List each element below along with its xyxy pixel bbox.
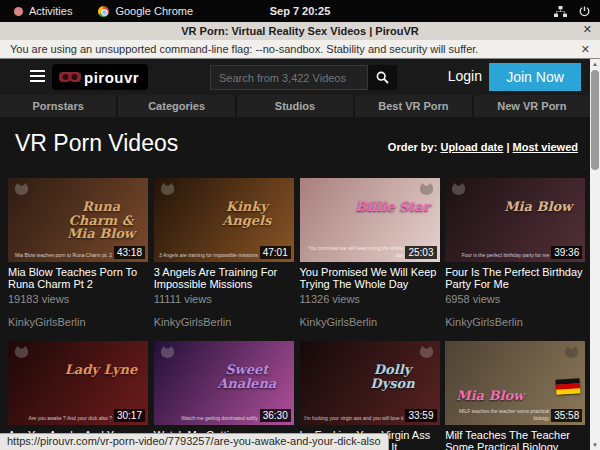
thumbnail-caption: 3 Angels are training for impossible mis… [158, 252, 258, 259]
thumbnail-caption: Are you awake ? And your dick also ? [12, 415, 112, 422]
screen: Activities Google Chrome Sep 7 20:25 VR … [0, 0, 600, 450]
sandbox-warning-text: You are using an unsupported command-lin… [10, 43, 478, 55]
login-button[interactable]: Login [448, 68, 482, 84]
video-thumbnail[interactable]: Lady Lyne Are you awake ? And your dick … [8, 341, 148, 425]
browser-title-bar: VR Porn: Virtual Reality Sex Videos | Pi… [0, 22, 600, 40]
order-separator: | [503, 141, 512, 153]
order-by-label: Order by: [388, 141, 438, 153]
video-views: 6958 views [445, 293, 585, 305]
scrollbar-thumb[interactable] [591, 70, 599, 170]
vr-headset-icon [59, 71, 81, 84]
browser-tab-title: VR Porn: Virtual Reality Sex Videos | Pi… [181, 25, 418, 37]
network-icon[interactable] [554, 6, 567, 17]
desktop-top-bar: Activities Google Chrome Sep 7 20:25 [0, 0, 600, 22]
clock[interactable]: Sep 7 20:25 [0, 5, 600, 17]
video-studio-link[interactable]: KinkyGirlsBerlin [154, 316, 294, 328]
scroll-up-icon[interactable]: ▲ [590, 59, 600, 69]
duration-badge: 36:30 [260, 409, 291, 422]
thumbnail-overlay-title: Billie Star [354, 200, 432, 214]
video-thumbnail[interactable]: Dolly Dyson I'm fucking your virgin ass … [300, 341, 440, 425]
video-views: 11326 views [300, 293, 440, 305]
thumbnail-caption: Mia Blow teaches porn to Runa Charm pt. … [12, 252, 112, 259]
video-views: 11111 views [154, 293, 294, 305]
search-icon [376, 71, 389, 84]
thumbnail-overlay-title: Kinky Angels [208, 200, 286, 227]
order-link-most-viewed[interactable]: Most viewed [513, 141, 578, 153]
video-title[interactable]: Mia Blow Teaches Porn To Runa Charm Pt 2 [8, 266, 148, 290]
studio-cat-logo-icon [564, 345, 579, 358]
main-nav: Pornstars Categories Studios Best VR Por… [0, 95, 590, 117]
studio-cat-logo-icon [14, 345, 29, 358]
thumbnail-overlay-title: Runa Charm & Mia Blow [62, 200, 140, 241]
studio-cat-logo-icon [160, 182, 175, 195]
german-flag [556, 378, 581, 395]
thumbnail-caption: Four is the perfect birthday party for m… [449, 252, 549, 259]
video-studio-link[interactable]: KinkyGirlsBerlin [8, 316, 148, 328]
duration-badge: 30:17 [114, 409, 145, 422]
join-now-button[interactable]: Join Now [489, 63, 581, 91]
duration-badge: 39:36 [551, 246, 582, 259]
video-card: Mia Blow Four is the perfect birthday pa… [445, 178, 585, 341]
video-thumbnail[interactable]: Mia Blow Four is the perfect birthday pa… [445, 178, 585, 262]
thumbnail-caption: You promised we will keep trying the who… [304, 245, 404, 258]
video-thumbnail[interactable]: Mia Blow MILF teaches the teacher some p… [445, 341, 585, 425]
heading-row: VR Porn Videos Order by: Upload date | M… [0, 117, 590, 178]
page-title: VR Porn Videos [15, 130, 178, 157]
menu-icon[interactable] [30, 70, 45, 85]
thumbnail-overlay-title: Mia Blow [499, 200, 577, 214]
thumbnail-overlay-title: Mia Blow [451, 389, 529, 403]
video-title[interactable]: Four Is The Perfect Birthday Party For M… [445, 266, 585, 290]
video-grid: Runa Charm & Mia Blow Mia Blow teaches p… [8, 178, 586, 450]
site-logo-text: pirouvr [84, 69, 139, 86]
nav-item-best-vr-porn[interactable]: Best VR Porn [355, 95, 471, 117]
video-card: Kinky Angels 3 Angels are training for i… [154, 178, 294, 341]
site-header: pirouvr Login Join Now [0, 59, 590, 95]
order-link-upload-date[interactable]: Upload date [440, 141, 503, 153]
thumbnail-overlay-title: Sweet Analena [208, 363, 286, 390]
studio-cat-logo-icon [419, 182, 434, 195]
video-title[interactable]: You Promised We Will Keep Trying The Who… [300, 266, 440, 290]
thumbnail-overlay-title: Lady Lyne [62, 363, 140, 377]
search-input[interactable] [210, 65, 368, 90]
video-title[interactable]: 3 Angels Are Training For Impossible Mis… [154, 266, 294, 290]
nav-item-new-vr-porn[interactable]: New VR Porn [474, 95, 590, 117]
site-logo[interactable]: pirouvr [52, 64, 148, 90]
nav-item-pornstars[interactable]: Pornstars [0, 95, 116, 117]
thumbnail-caption: Watch me getting dominated softly [158, 415, 258, 422]
nav-item-categories[interactable]: Categories [118, 95, 234, 117]
video-title[interactable]: Milf Teaches The Teacher Some Practical … [445, 429, 585, 450]
duration-badge: 25:03 [405, 246, 436, 259]
studio-cat-logo-icon [451, 182, 466, 195]
duration-badge: 43:18 [114, 246, 145, 259]
nav-item-studios[interactable]: Studios [237, 95, 353, 117]
power-icon[interactable] [579, 6, 590, 17]
video-thumbnail[interactable]: Runa Charm & Mia Blow Mia Blow teaches p… [8, 178, 148, 262]
search-button[interactable] [368, 65, 397, 90]
video-views: 19183 views [8, 293, 148, 305]
order-by: Order by: Upload date | Most viewed [388, 141, 578, 153]
studio-cat-logo-icon [14, 182, 29, 195]
thumbnail-overlay-title: Dolly Dyson [354, 363, 432, 390]
duration-badge: 47:01 [260, 246, 291, 259]
duration-badge: 33:59 [405, 409, 436, 422]
studio-cat-logo-icon [160, 345, 175, 358]
video-card: Runa Charm & Mia Blow Mia Blow teaches p… [8, 178, 148, 341]
studio-cat-logo-icon [419, 345, 434, 358]
video-thumbnail[interactable]: Kinky Angels 3 Angels are training for i… [154, 178, 294, 262]
video-card: Mia Blow MILF teaches the teacher some p… [445, 341, 585, 450]
duration-badge: 35:58 [551, 409, 582, 422]
video-thumbnail[interactable]: Sweet Analena Watch me getting dominated… [154, 341, 294, 425]
sandbox-warning-bar: You are using an unsupported command-lin… [0, 40, 600, 59]
status-url-tooltip: https://pirouvr.com/vr-porn-video/779325… [0, 433, 389, 450]
scroll-down-icon[interactable]: ▼ [590, 440, 600, 450]
video-studio-link[interactable]: KinkyGirlsBerlin [300, 316, 440, 328]
video-thumbnail[interactable]: Billie Star You promised we will keep tr… [300, 178, 440, 262]
video-card: Billie Star You promised we will keep tr… [300, 178, 440, 341]
video-studio-link[interactable]: KinkyGirlsBerlin [445, 316, 585, 328]
thumbnail-caption: MILF teaches the teacher some practical … [449, 408, 549, 421]
window-close-icon[interactable]: ✕ [583, 23, 592, 36]
warning-close-icon[interactable]: ✕ [581, 43, 590, 56]
page-scrollbar[interactable]: ▲ ▼ [590, 59, 600, 450]
thumbnail-caption: I'm fucking your virgin ass and you will… [304, 415, 404, 422]
